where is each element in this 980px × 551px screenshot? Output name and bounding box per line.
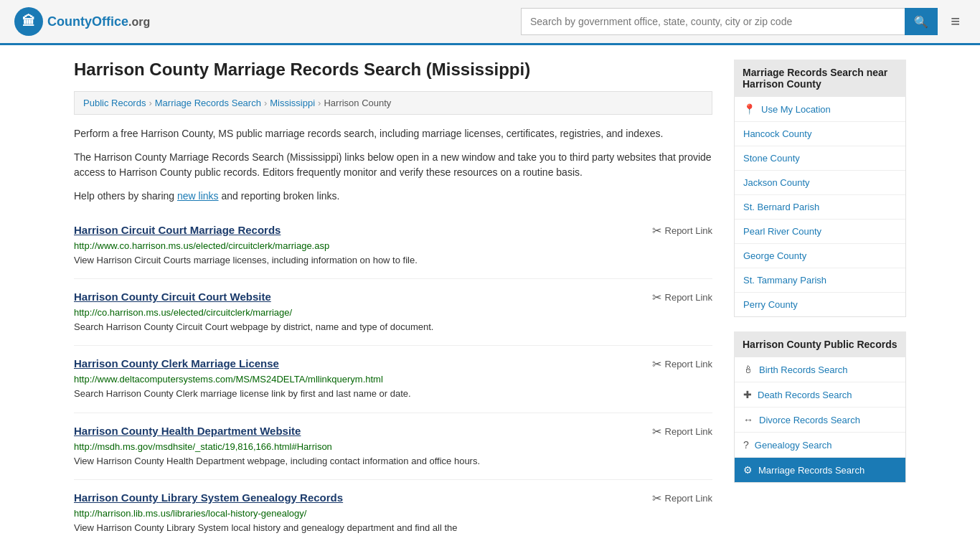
sidebar-item-label: St. Bernard Parish [743, 202, 819, 212]
breadcrumb-harrison: Harrison County [324, 98, 391, 108]
search-area: 🔍 ≡ [521, 8, 966, 35]
search-button[interactable]: 🔍 [905, 8, 938, 35]
report-label: Report Link [665, 225, 712, 236]
sidebar-nearby-section: Marriage Records Search near Harrison Co… [734, 60, 906, 317]
new-links-link[interactable]: new links [177, 190, 219, 202]
result-url-4[interactable]: http://harrison.lib.ms.us/libraries/loca… [74, 508, 712, 519]
sidebar-item-label: George County [743, 250, 806, 261]
sidebar-nearby-header: Marriage Records Search near Harrison Co… [734, 60, 906, 97]
result-item: Harrison County Circuit Court Website ✂ … [74, 279, 712, 346]
sidebar-item-icon: 🕯 [743, 364, 753, 375]
breadcrumb-sep-2: › [264, 98, 267, 108]
result-header: Harrison Circuit Court Marriage Records … [74, 224, 712, 237]
sidebar-nearby-item-0[interactable]: 📍Use My Location [735, 97, 905, 122]
report-link-1[interactable]: ✂ Report Link [652, 291, 712, 304]
sidebar-public-records-item-2[interactable]: ↔Divorce Records Search [735, 408, 905, 433]
sidebar-item-label: Death Records Search [758, 390, 852, 400]
report-label: Report Link [665, 359, 712, 369]
sidebar-item-label: St. Tammany Parish [743, 275, 826, 286]
result-desc-3: View Harrison County Health Department w… [74, 455, 712, 468]
results-list: Harrison Circuit Court Marriage Records … [74, 212, 712, 546]
sidebar-item-label: Divorce Records Search [759, 415, 860, 425]
result-desc-2: Search Harrison County Clerk marriage li… [74, 387, 712, 400]
intro-para-1: Perform a free Harrison County, MS publi… [74, 126, 712, 141]
sidebar-nearby-item-1[interactable]: Hancock County [735, 122, 905, 146]
content-area: Harrison County Marriage Records Search … [74, 60, 712, 546]
sidebar-nearby-item-5[interactable]: Pearl River County [735, 220, 905, 244]
sidebar-item-icon: ↔ [743, 414, 753, 425]
result-url-1[interactable]: http://co.harrison.ms.us/elected/circuit… [74, 307, 712, 318]
sidebar-nearby-item-2[interactable]: Stone County [735, 146, 905, 171]
sidebar-item-label: Pearl River County [743, 226, 821, 237]
sidebar-public-records-item-0[interactable]: 🕯Birth Records Search [735, 357, 905, 382]
report-link-3[interactable]: ✂ Report Link [652, 425, 712, 438]
intro-para-3: Help others by sharing new links and rep… [74, 189, 712, 204]
result-title-1[interactable]: Harrison County Circuit Court Website [74, 291, 271, 303]
scissors-icon: ✂ [652, 224, 661, 237]
sidebar-public-records-header: Harrison County Public Records [734, 331, 906, 357]
sidebar-item-icon: ✚ [743, 389, 752, 400]
logo-link[interactable]: 🏛 CountyOffice.org [14, 7, 150, 36]
breadcrumb-sep-1: › [149, 98, 151, 108]
scissors-icon: ✂ [652, 491, 661, 505]
breadcrumb-marriage-records[interactable]: Marriage Records Search [155, 98, 261, 108]
sidebar-item-label: Genealogy Search [755, 440, 832, 451]
sidebar-item-icon: ? [743, 439, 749, 451]
breadcrumb-mississippi[interactable]: Mississippi [270, 98, 315, 108]
sidebar-public-records-list: 🕯Birth Records Search✚Death Records Sear… [734, 357, 906, 483]
sidebar-item-label: Marriage Records Search [758, 465, 864, 476]
result-desc-1: Search Harrison County Circuit Court web… [74, 321, 712, 334]
search-input[interactable] [521, 8, 905, 35]
result-url-3[interactable]: http://msdh.ms.gov/msdhsite/_static/19,8… [74, 441, 712, 452]
scissors-icon: ✂ [652, 291, 661, 304]
sidebar-item-label: Jackson County [743, 177, 810, 188]
logo-text: CountyOffice.org [47, 14, 150, 29]
result-header: Harrison County Health Department Websit… [74, 425, 712, 438]
result-title-4[interactable]: Harrison County Library System Genealogy… [74, 491, 343, 504]
result-header: Harrison County Clerk Marriage License ✂… [74, 357, 712, 371]
sidebar-nearby-item-8[interactable]: Perry County [735, 293, 905, 316]
sidebar-item-label: Birth Records Search [759, 364, 848, 375]
result-desc-0: View Harrison Circuit Courts marriage li… [74, 254, 712, 267]
report-link-0[interactable]: ✂ Report Link [652, 224, 712, 237]
sidebar-public-records-item-1[interactable]: ✚Death Records Search [735, 382, 905, 408]
result-title-0[interactable]: Harrison Circuit Court Marriage Records [74, 224, 281, 236]
report-label: Report Link [665, 493, 712, 504]
report-link-2[interactable]: ✂ Report Link [652, 357, 712, 371]
report-label: Report Link [665, 292, 712, 303]
sidebar-item-label: Perry County [743, 299, 798, 310]
result-title-3[interactable]: Harrison County Health Department Websit… [74, 425, 301, 437]
main-container: Harrison County Marriage Records Search … [60, 45, 920, 551]
result-title-2[interactable]: Harrison County Clerk Marriage License [74, 357, 279, 369]
result-header: Harrison County Circuit Court Website ✂ … [74, 291, 712, 304]
report-link-4[interactable]: ✂ Report Link [652, 491, 712, 505]
sidebar-nearby-item-6[interactable]: George County [735, 244, 905, 268]
result-url-2[interactable]: http://www.deltacomputersystems.com/MS/M… [74, 374, 712, 385]
sidebar-item-label: Hancock County [743, 128, 811, 139]
sidebar: Marriage Records Search near Harrison Co… [734, 60, 906, 546]
breadcrumb: Public Records › Marriage Records Search… [74, 91, 712, 115]
intro-para3-prefix: Help others by sharing [74, 190, 177, 202]
sidebar-nearby-list: 📍Use My LocationHancock CountyStone Coun… [734, 97, 906, 317]
breadcrumb-public-records[interactable]: Public Records [83, 98, 146, 108]
result-url-0[interactable]: http://www.co.harrison.ms.us/elected/cir… [74, 240, 712, 251]
menu-button[interactable]: ≡ [945, 9, 966, 34]
sidebar-nearby-item-3[interactable]: Jackson County [735, 171, 905, 195]
result-item: Harrison County Clerk Marriage License ✂… [74, 346, 712, 413]
intro-para3-suffix: and reporting broken links. [219, 190, 340, 202]
sidebar-nearby-item-4[interactable]: St. Bernard Parish [735, 195, 905, 220]
sidebar-public-records-item-4[interactable]: ⚙Marriage Records Search [735, 458, 905, 482]
result-desc-4: View Harrison County Library System loca… [74, 522, 712, 534]
result-item: Harrison County Health Department Websit… [74, 413, 712, 480]
sidebar-item-label: Use My Location [761, 104, 831, 115]
sidebar-nearby-item-7[interactable]: St. Tammany Parish [735, 268, 905, 293]
logo-org: .org [128, 16, 150, 28]
report-label: Report Link [665, 426, 712, 437]
sidebar-public-records-item-3[interactable]: ?Genealogy Search [735, 433, 905, 458]
scissors-icon: ✂ [652, 357, 661, 371]
logo-name: CountyOffice [47, 14, 128, 29]
header: 🏛 CountyOffice.org 🔍 ≡ [0, 0, 980, 45]
sidebar-public-records-section: Harrison County Public Records 🕯Birth Re… [734, 331, 906, 483]
result-item: Harrison County Library System Genealogy… [74, 480, 712, 546]
breadcrumb-sep-3: › [318, 98, 321, 108]
